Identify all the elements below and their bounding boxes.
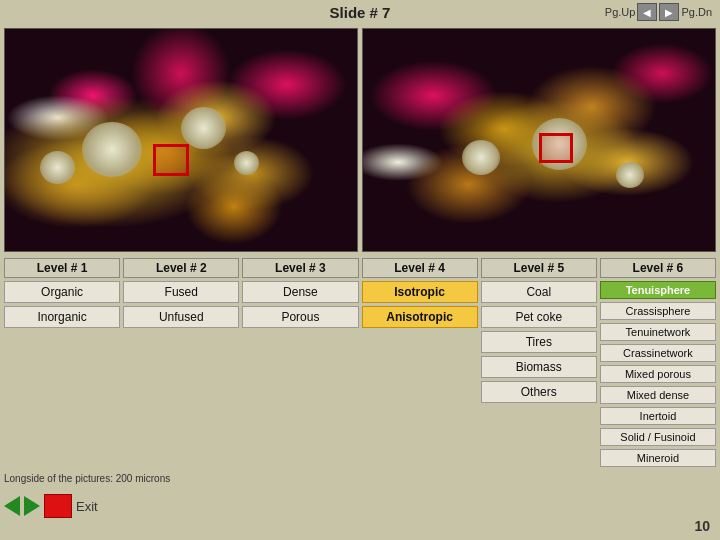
- exit-label: Exit: [76, 499, 98, 514]
- level6-item-tenuisphere[interactable]: Tenuisphere: [600, 281, 716, 299]
- level5-item-petcoke[interactable]: Pet coke: [481, 306, 597, 328]
- level6-item-tenuinetwork[interactable]: Tenuinetwork: [600, 323, 716, 341]
- level-col-6: Level # 6 Tenuisphere Crassisphere Tenui…: [600, 258, 716, 467]
- next-arrow-btn[interactable]: [24, 496, 40, 516]
- level4-item-isotropic[interactable]: Isotropic: [362, 281, 478, 303]
- left-controls: Longside of the pictures: 200 microns Ex…: [4, 469, 170, 518]
- level6-item-solid-fusinoid[interactable]: Solid / Fusinoid: [600, 428, 716, 446]
- level1-item-organic[interactable]: Organic: [4, 281, 120, 303]
- image1-selection-box: [153, 144, 189, 176]
- level1-item-inorganic[interactable]: Inorganic: [4, 306, 120, 328]
- level6-item-inertoid[interactable]: Inertoid: [600, 407, 716, 425]
- level6-item-crassinetwork[interactable]: Crassinetwork: [600, 344, 716, 362]
- longside-label: Longside of the pictures: 200 microns: [4, 473, 170, 484]
- level3-header: Level # 3: [242, 258, 358, 278]
- nav-controls: Pg.Up ◀ ▶ Pg.Dn: [605, 3, 712, 21]
- bubble: [462, 140, 500, 175]
- level2-header: Level # 2: [123, 258, 239, 278]
- level6-header: Level # 6: [600, 258, 716, 278]
- level2-item-fused[interactable]: Fused: [123, 281, 239, 303]
- microscope-image-1: [4, 28, 358, 252]
- pgup-label: Pg.Up: [605, 6, 636, 18]
- red-square-btn[interactable]: [44, 494, 72, 518]
- page-number: 10: [694, 518, 710, 534]
- level5-header: Level # 5: [481, 258, 597, 278]
- images-row: [0, 24, 720, 254]
- level3-item-dense[interactable]: Dense: [242, 281, 358, 303]
- level5-item-tires[interactable]: Tires: [481, 331, 597, 353]
- level-col-2: Level # 2 Fused Unfused: [123, 258, 239, 467]
- level-col-3: Level # 3 Dense Porous: [242, 258, 358, 467]
- image1-bg: [5, 29, 357, 251]
- level-col-1: Level # 1 Organic Inorganic: [4, 258, 120, 467]
- header: Slide # 7 Pg.Up ◀ ▶ Pg.Dn: [0, 0, 720, 24]
- level3-item-porous[interactable]: Porous: [242, 306, 358, 328]
- slide-title: Slide # 7: [330, 4, 391, 21]
- bottom-nav: Exit: [4, 494, 170, 518]
- levels-grid: Level # 1 Organic Inorganic Level # 2 Fu…: [0, 254, 720, 467]
- level6-item-crassisphere[interactable]: Crassisphere: [600, 302, 716, 320]
- level4-item-anisotropic[interactable]: Anisotropic: [362, 306, 478, 328]
- image2-selection-box: [539, 133, 573, 163]
- level-col-5: Level # 5 Coal Pet coke Tires Biomass Ot…: [481, 258, 597, 467]
- level2-item-unfused[interactable]: Unfused: [123, 306, 239, 328]
- nav-right-btn[interactable]: ▶: [659, 3, 679, 21]
- level5-item-biomass[interactable]: Biomass: [481, 356, 597, 378]
- level6-item-mixed-porous[interactable]: Mixed porous: [600, 365, 716, 383]
- bottom-area: Longside of the pictures: 200 microns Ex…: [0, 467, 720, 520]
- bubble: [234, 151, 259, 175]
- level6-item-mixed-dense[interactable]: Mixed dense: [600, 386, 716, 404]
- nav-left-btn[interactable]: ◀: [637, 3, 657, 21]
- level4-header: Level # 4: [362, 258, 478, 278]
- level5-item-coal[interactable]: Coal: [481, 281, 597, 303]
- bubble: [181, 107, 226, 149]
- level1-header: Level # 1: [4, 258, 120, 278]
- level6-item-mineroid[interactable]: Mineroid: [600, 449, 716, 467]
- microscope-image-2: [362, 28, 716, 252]
- level-col-4: Level # 4 Isotropic Anisotropic: [362, 258, 478, 467]
- level5-item-others[interactable]: Others: [481, 381, 597, 403]
- pgdn-label: Pg.Dn: [681, 6, 712, 18]
- prev-arrow-btn[interactable]: [4, 496, 20, 516]
